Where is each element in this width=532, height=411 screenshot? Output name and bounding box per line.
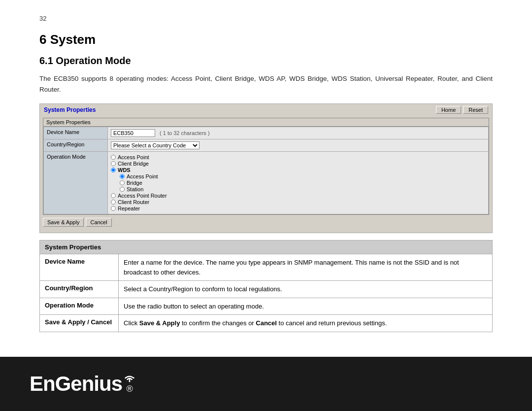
form-title: System Properties [43,118,489,127]
info-device-name-desc: Enter a name for the device. The name yo… [119,254,493,281]
device-name-input[interactable] [111,129,155,137]
mode-client-router-radio[interactable] [111,200,116,205]
mode-client-bridge: Client Bridge [111,161,485,167]
screenshot-header: System Properties Home Reset [40,104,492,116]
info-save-cancel-label: Save & Apply / Cancel [40,315,119,332]
info-country-desc: Select a Country/Region to conform to lo… [119,281,493,298]
mode-client-router-label: Client Router [118,199,149,205]
country-region-label: Country/Region [44,139,108,152]
form-area: System Properties Device Name ( 1 to 32 … [43,118,489,215]
mode-access-point: Access Point [111,154,485,160]
wifi-icon [123,375,136,382]
device-name-value-cell: ( 1 to 32 characters ) [108,127,489,139]
footer-logo: EnGenius ® [30,374,136,394]
mode-client-bridge-label: Client Bridge [118,161,149,167]
mode-access-point-radio[interactable] [111,155,116,160]
info-device-name-label: Device Name [40,254,119,281]
mode-wds-radio[interactable] [111,168,116,172]
mode-repeater: Repeater [111,206,485,211]
device-name-label: Device Name [44,127,108,139]
cancel-button[interactable]: Cancel [86,218,111,227]
mode-wds: WDS [111,167,485,173]
char-hint: ( 1 to 32 characters ) [160,130,210,136]
home-button[interactable]: Home [436,106,461,114]
wds-bridge: Bridge [120,180,485,186]
footer: EnGenius ® [0,357,532,411]
mode-ap-router: Access Point Router [111,193,485,199]
reset-button[interactable]: Reset [463,106,488,114]
info-operation-mode-label: Operation Mode [40,298,119,315]
info-row-save-cancel: Save & Apply / Cancel Click Save & Apply… [40,315,493,332]
section-title: 6.1 Operation Mode [39,55,493,67]
wds-bridge-label: Bridge [127,180,142,186]
form-table: Device Name ( 1 to 32 characters ) Count… [43,127,489,214]
mode-access-point-label: Access Point [118,154,149,160]
save-apply-inline: Save & Apply [139,319,180,327]
mode-wds-label: WDS [118,167,131,173]
info-row-operation-mode: Operation Mode Use the radio button to s… [40,298,493,315]
registered-mark: ® [126,384,133,393]
info-operation-mode-desc: Use the radio button to select an operat… [119,298,493,315]
wds-bridge-radio[interactable] [120,180,125,185]
info-table-header: System Properties [40,240,493,254]
wds-station: Station [120,186,485,192]
operation-mode-row: Operation Mode Access Point Client Bridg… [44,152,489,214]
svg-point-0 [129,381,131,382]
screenshot-container: System Properties Home Reset System Prop… [39,103,493,233]
info-country-label: Country/Region [40,281,119,298]
wds-access-point-radio[interactable] [120,174,125,179]
operation-mode-options: Access Point Client Bridge WDS [108,152,489,214]
mode-repeater-radio[interactable] [111,206,116,211]
country-region-value-cell: Please Select a Country Code [108,139,489,152]
save-apply-button[interactable]: Save & Apply [43,218,84,227]
wds-access-point-label: Access Point [127,173,158,179]
chapter-title: 6 System [39,32,493,47]
mode-client-router: Client Router [111,199,485,205]
page-number: 32 [39,15,493,22]
operation-mode-label: Operation Mode [44,152,108,214]
mode-client-bridge-radio[interactable] [111,161,116,166]
screenshot-header-title: System Properties [44,106,96,113]
wds-station-radio[interactable] [120,187,125,192]
info-save-cancel-desc: Click Save & Apply to confirm the change… [119,315,493,332]
mode-ap-router-label: Access Point Router [118,193,167,199]
wds-station-label: Station [127,186,143,192]
brand-name: EnGenius [30,374,122,394]
country-region-row: Country/Region Please Select a Country C… [44,139,489,152]
mode-repeater-label: Repeater [118,206,140,211]
wds-sub-options: Access Point Bridge Station [120,173,485,192]
description-text: The ECB350 supports 8 operating modes: A… [39,73,493,95]
cancel-inline: Cancel [256,319,277,327]
wds-access-point: Access Point [120,173,485,179]
device-name-row: Device Name ( 1 to 32 characters ) [44,127,489,139]
mode-ap-router-radio[interactable] [111,193,116,198]
info-row-country: Country/Region Select a Country/Region t… [40,281,493,298]
nav-buttons-group: Home Reset [436,106,488,114]
info-table: System Properties Device Name Enter a na… [39,240,493,332]
country-select[interactable]: Please Select a Country Code [111,141,200,149]
form-action-buttons: Save & Apply Cancel [43,218,489,227]
info-row-device-name: Device Name Enter a name for the device.… [40,254,493,281]
